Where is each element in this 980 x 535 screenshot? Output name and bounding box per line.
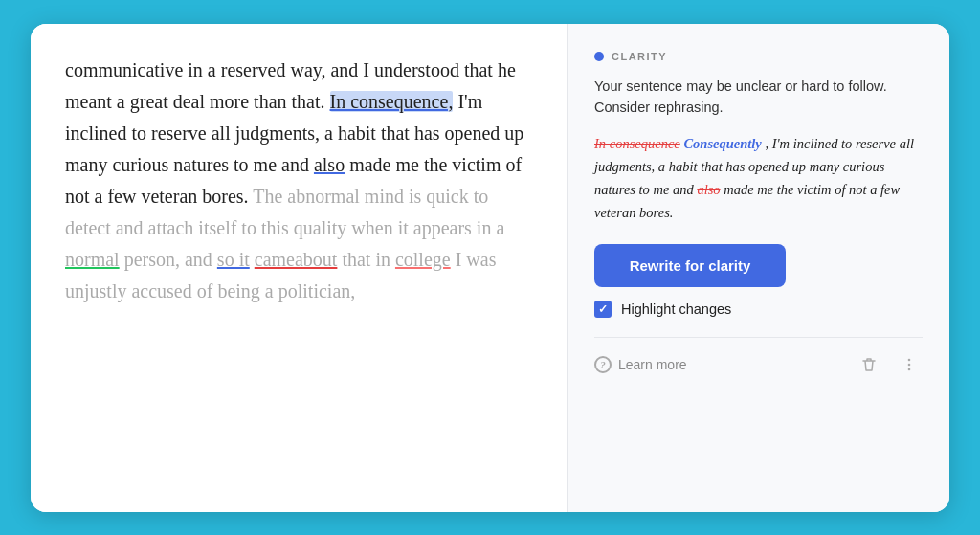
help-icon: ? [594, 356, 612, 373]
highlight-changes-row: Highlight changes [594, 301, 923, 318]
document-panel: communicative in a reserved way, and I u… [31, 24, 567, 512]
clarity-dot [594, 52, 604, 61]
svg-point-2 [908, 368, 911, 371]
highlighted-phrase: In consequence, [330, 91, 454, 112]
more-options-icon[interactable] [896, 351, 923, 378]
doc-faded-3: that in [337, 249, 395, 270]
learn-more-link[interactable]: ? Learn more [594, 356, 687, 373]
also-underline: also [314, 154, 345, 175]
suggestion-insert: Consequently [683, 136, 761, 151]
svg-point-1 [908, 364, 911, 367]
soit-underline: so it [217, 249, 250, 270]
trash-icon[interactable] [856, 351, 882, 378]
highlight-changes-label: Highlight changes [621, 301, 731, 317]
clarity-badge: CLARITY [594, 51, 923, 62]
normal-underline: normal [65, 249, 120, 270]
suggestion-also: also [697, 182, 720, 197]
learn-more-label: Learn more [618, 357, 687, 372]
suggestion-text-block: In consequence Consequently , I'm inclin… [594, 133, 923, 225]
bottom-row: ? Learn more [594, 351, 923, 378]
doc-faded-2: person, and [120, 249, 217, 270]
cameback-underline: cameabout [255, 249, 338, 270]
svg-point-0 [908, 359, 911, 362]
college-underline: college [395, 249, 451, 270]
suggestion-panel: CLARITY Your sentence may be unclear or … [567, 24, 949, 512]
suggestion-strikethrough: In consequence [594, 136, 680, 151]
highlight-changes-checkbox[interactable] [594, 301, 612, 318]
divider [594, 337, 923, 338]
main-container: communicative in a reserved way, and I u… [31, 24, 949, 512]
suggestion-description: Your sentence may be unclear or hard to … [594, 76, 923, 119]
rewrite-button[interactable]: Rewrite for clarity [594, 244, 786, 287]
clarity-label: CLARITY [612, 51, 667, 62]
bottom-icons [856, 351, 923, 378]
